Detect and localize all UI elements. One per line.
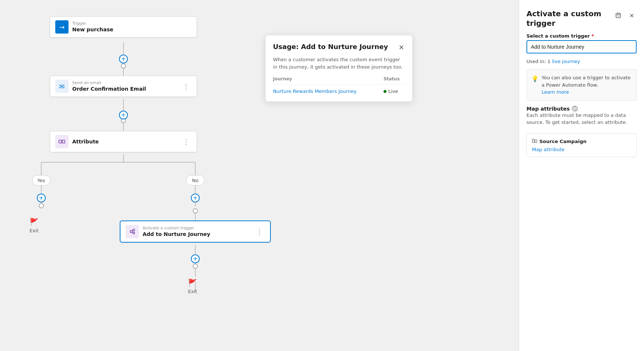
delete-btn[interactable] [613,10,623,21]
svg-point-19 [133,232,135,234]
col-journey: Journey [273,76,384,85]
email-node[interactable]: ✉ Send an email Order Confirmation Email… [50,76,197,97]
learn-more-link[interactable]: Learn more [542,88,632,96]
svg-point-17 [130,230,132,233]
panel-header-icons: ✕ [613,10,637,21]
used-in-count: 1 [547,59,550,64]
status-live: Live [384,88,405,94]
email-node-icon: ✉ [55,80,69,93]
custom-trigger-node[interactable]: Activate a custom trigger Add to Nurture… [120,220,271,243]
trigger-label-main: New purchase [72,26,113,33]
usage-popup: Usage: Add to Nurture Journey ✕ When a c… [265,35,413,102]
col-status: Status [384,76,405,85]
trigger-label-small: Trigger [72,21,113,26]
status-text: Live [388,88,398,94]
email-label-small: Send an email [72,80,146,85]
map-attributes-section: Map attributes ⓘ Each attribute must be … [526,106,637,128]
journey-name-link[interactable]: Nurture Rewards Members Journey [273,88,357,94]
source-campaign-label: Source Campaign [539,139,587,144]
map-attr-label: Map attributes [526,106,570,112]
svg-rect-15 [62,140,65,143]
right-panel: Activate a custom trigger ✕ Select a cus… [519,0,644,351]
email-label-main: Order Confirmation Email [72,86,146,92]
add-btn-yes[interactable]: + [37,194,46,202]
exit-flag-2: 🚩 [188,278,197,287]
attr-node-icon [55,135,69,148]
exit-node-1: 🚩 Exit [29,218,39,233]
canvas-area: → Trigger New purchase + ✉ Send an email… [0,0,519,351]
popup-close-btn[interactable]: ✕ [398,43,405,52]
circle-custom [193,264,198,269]
svg-rect-22 [616,14,620,18]
info-circle-icon: ⓘ [572,106,578,112]
custom-trigger-more-btn[interactable]: ⋮ [254,227,265,236]
map-attr-header: Map attributes ⓘ [526,106,637,112]
connectors-svg [0,0,519,351]
add-btn-2[interactable]: + [119,111,128,119]
add-btn-1[interactable]: + [119,55,128,63]
exit-label-1: Exit [29,228,39,233]
circle-yes [39,203,44,208]
popup-title: Usage: Add to Nurture Journey [273,43,388,51]
info-icon: 💡 [531,74,539,96]
svg-rect-28 [535,140,537,143]
select-trigger-section: Select a custom trigger * [526,33,637,53]
journey-name-cell[interactable]: Nurture Rewards Members Journey [273,85,384,94]
trigger-node-icon: → [55,20,69,34]
trigger-section-label: Select a custom trigger * [526,33,637,39]
circle-1 [121,63,126,69]
exit-flag-1: 🚩 [29,218,39,226]
add-btn-no[interactable]: + [191,194,200,202]
required-star: * [592,33,594,39]
live-journey-link[interactable]: live journey [552,59,580,64]
popup-table: Journey Status Nurture Rewards Members J… [273,76,405,94]
map-attribute-link[interactable]: Map attribute [532,147,631,152]
custom-trigger-label-main: Add to Nurture Journey [143,231,210,237]
custom-trigger-label-small: Activate a custom trigger [143,226,210,230]
info-text: You can also use a trigger to activate a… [542,75,631,88]
close-btn[interactable]: ✕ [626,10,637,21]
attr-more-btn[interactable]: ⋮ [181,137,192,146]
panel-header: Activate a custom trigger ✕ [526,9,637,28]
trigger-node[interactable]: → Trigger New purchase [50,16,197,38]
attribute-name: Source Campaign [532,138,631,145]
email-more-btn[interactable]: ⋮ [181,82,192,91]
svg-rect-14 [59,140,62,143]
attribute-card: Source Campaign Map attribute [526,133,637,157]
info-box: 💡 You can also use a trigger to activate… [526,69,637,101]
svg-line-21 [132,232,133,233]
live-dot [384,90,386,93]
svg-rect-27 [532,139,534,143]
exit-node-2: 🚩 Exit [188,278,197,294]
svg-point-18 [133,229,135,231]
used-in-text: Used in: [526,59,546,64]
used-in-section: Used in: 1 live journey [526,59,637,64]
attribute-node[interactable]: Attribute ⋮ [50,131,197,152]
trigger-input[interactable] [526,40,637,53]
popup-header: Usage: Add to Nurture Journey ✕ [273,43,405,52]
map-attr-desc: Each attribute must be mapped to a data … [526,112,637,126]
custom-trigger-icon [126,225,139,238]
circle-no [193,208,198,213]
panel-title: Activate a custom trigger [526,9,613,28]
attr-label-main: Attribute [72,138,99,145]
svg-rect-26 [617,13,619,14]
journey-status-cell: Live [384,85,405,94]
svg-line-20 [132,230,133,231]
add-btn-custom[interactable]: + [191,254,200,263]
no-branch-label: No [186,175,204,185]
popup-desc: When a customer activates the custom eve… [273,56,405,70]
trigger-label-text: Select a custom trigger [526,33,590,39]
exit-label-2: Exit [188,289,197,294]
yes-branch-label: Yes [32,175,50,185]
source-campaign-icon [532,138,537,145]
